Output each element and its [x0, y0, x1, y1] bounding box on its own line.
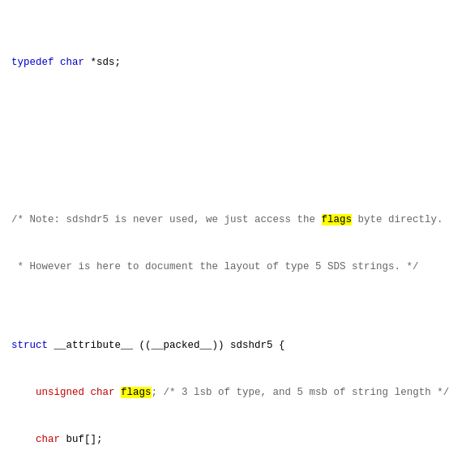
- line-blank-1: [11, 134, 455, 149]
- buf-5: buf[];: [60, 434, 103, 445]
- line-comment-1: /* Note: sdshdr5 is never used, we just …: [11, 212, 455, 228]
- highlight-flags-1: flags: [322, 214, 353, 225]
- field-type-5-1: unsigned char: [36, 387, 115, 398]
- keyword-typedef: typedef: [11, 57, 54, 68]
- field-type-5-buf: char: [36, 434, 60, 445]
- line-struct5-buf: char buf[];: [11, 432, 455, 448]
- attribute-text-5: __attribute__ ((__packed__)) sdshdr5 {: [54, 340, 285, 351]
- line-1: typedef char *sds;: [11, 55, 455, 71]
- highlight-flags-5: flags: [121, 387, 152, 398]
- code-text: *sds;: [91, 57, 122, 68]
- line-comment-2: * However is here to document the layout…: [11, 259, 455, 275]
- line-struct5-open: struct __attribute__ ((__packed__)) sdsh…: [11, 338, 455, 354]
- comment-text-2: * However is here to document the layout…: [11, 261, 419, 272]
- kw-struct-5: struct: [11, 340, 48, 351]
- code-editor: typedef char *sds; /* Note: sdshdr5 is n…: [0, 0, 466, 476]
- comment-5-1: ; /* 3 lsb of type, and 5 msb of string …: [152, 387, 450, 398]
- indent-5-1: [11, 387, 36, 398]
- field-space-5-1: [115, 387, 122, 398]
- comment-text: /* Note: sdshdr5 is never used, we just …: [11, 214, 443, 225]
- indent-5-buf: [11, 434, 36, 445]
- line-struct5-flags: unsigned char flags; /* 3 lsb of type, a…: [11, 385, 455, 401]
- keyword-char: char: [60, 57, 84, 68]
